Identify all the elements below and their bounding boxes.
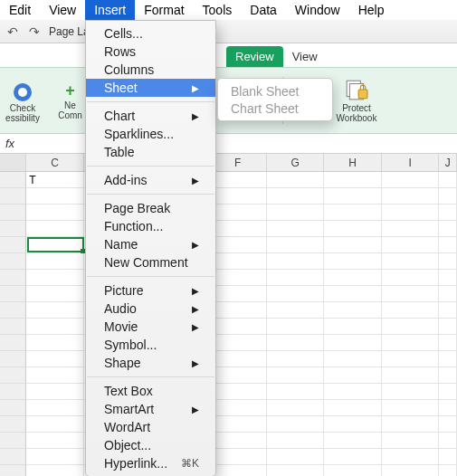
row-header[interactable] — [0, 302, 26, 319]
cell[interactable] — [382, 172, 439, 188]
cell[interactable] — [209, 270, 266, 286]
cell[interactable] — [324, 465, 381, 476]
cell[interactable] — [209, 172, 266, 188]
row-header[interactable] — [0, 416, 26, 433]
cell[interactable] — [26, 465, 83, 476]
cell[interactable] — [267, 188, 324, 205]
cell[interactable] — [267, 172, 324, 188]
menu-item-shape[interactable]: Shape▶ — [86, 354, 215, 372]
cell[interactable] — [382, 253, 439, 270]
cell[interactable] — [209, 416, 266, 433]
cell[interactable] — [382, 400, 439, 416]
cell[interactable] — [382, 286, 439, 302]
cell[interactable] — [382, 367, 439, 384]
row-header[interactable] — [0, 465, 26, 476]
row-header[interactable] — [0, 367, 26, 384]
cell[interactable] — [209, 384, 266, 400]
menu-item-rows[interactable]: Rows — [86, 43, 215, 61]
cell[interactable] — [267, 253, 324, 270]
col-c[interactable]: C — [26, 154, 83, 171]
cell[interactable] — [26, 335, 83, 351]
menu-item-picture[interactable]: Picture▶ — [86, 281, 215, 300]
menu-tools[interactable]: Tools — [194, 0, 242, 20]
row-header[interactable] — [0, 335, 26, 351]
row-header[interactable] — [0, 319, 26, 335]
cell[interactable] — [267, 335, 324, 351]
cell[interactable] — [267, 351, 324, 367]
cell[interactable] — [209, 335, 266, 351]
cell[interactable] — [209, 319, 266, 335]
cell[interactable] — [267, 367, 324, 384]
cell[interactable] — [439, 351, 457, 367]
row-header[interactable] — [0, 384, 26, 400]
cell[interactable] — [324, 384, 381, 400]
cell[interactable] — [382, 237, 439, 253]
row-header[interactable] — [0, 221, 26, 237]
cell[interactable] — [209, 465, 266, 476]
cell[interactable] — [26, 416, 83, 433]
cell[interactable] — [26, 205, 83, 221]
cell[interactable] — [324, 433, 381, 449]
menu-edit[interactable]: Edit — [0, 0, 40, 20]
cell[interactable] — [382, 351, 439, 367]
cell[interactable] — [267, 270, 324, 286]
cell[interactable] — [382, 188, 439, 205]
menu-insert[interactable]: Insert — [85, 0, 135, 20]
cell[interactable] — [324, 172, 381, 188]
cell[interactable] — [439, 237, 457, 253]
cell[interactable] — [439, 449, 457, 465]
cell[interactable] — [267, 205, 324, 221]
cell[interactable] — [209, 237, 266, 253]
menu-item-function[interactable]: Function... — [86, 217, 215, 235]
cell[interactable] — [439, 221, 457, 237]
submenu-chart-sheet[interactable]: Chart Sheet — [218, 100, 332, 117]
cell[interactable] — [26, 400, 83, 416]
menu-item-columns[interactable]: Columns — [86, 61, 215, 79]
cell[interactable] — [382, 221, 439, 237]
cell[interactable] — [267, 465, 324, 476]
cell[interactable] — [439, 416, 457, 433]
cell[interactable] — [267, 302, 324, 319]
row-header[interactable] — [0, 270, 26, 286]
cell[interactable] — [324, 270, 381, 286]
cell[interactable] — [382, 319, 439, 335]
cell[interactable] — [324, 205, 381, 221]
menu-item-cells[interactable]: Cells... — [86, 24, 215, 43]
menu-format[interactable]: Format — [135, 0, 193, 20]
redo-icon[interactable]: ↷ — [27, 24, 42, 39]
menu-window[interactable]: Window — [286, 0, 349, 20]
cell[interactable] — [324, 351, 381, 367]
menu-item-audio[interactable]: Audio▶ — [86, 300, 215, 318]
cell[interactable] — [26, 286, 83, 302]
cell[interactable] — [439, 302, 457, 319]
cell[interactable] — [324, 449, 381, 465]
cell[interactable] — [209, 367, 266, 384]
cell[interactable] — [26, 319, 83, 335]
menu-item-table[interactable]: Table — [86, 143, 215, 161]
menu-item-hyperlink[interactable]: Hyperlink...⌘K — [86, 454, 215, 472]
spreadsheet-grid[interactable]: C F G H I J T — [0, 154, 457, 476]
menu-item-chart[interactable]: Chart▶ — [86, 107, 215, 125]
cell[interactable] — [26, 270, 83, 286]
row-header[interactable] — [0, 286, 26, 302]
menu-help[interactable]: Help — [349, 0, 394, 20]
cell[interactable] — [209, 253, 266, 270]
row-header[interactable] — [0, 449, 26, 465]
row-header[interactable] — [0, 205, 26, 221]
cell[interactable] — [267, 319, 324, 335]
menu-item-object[interactable]: Object... — [86, 436, 215, 454]
cell[interactable] — [439, 205, 457, 221]
cell[interactable] — [267, 433, 324, 449]
cell[interactable] — [382, 205, 439, 221]
cell[interactable] — [209, 205, 266, 221]
menu-item-addins[interactable]: Add-ins▶ — [86, 171, 215, 189]
submenu-blank-sheet[interactable]: Blank Sheet — [218, 82, 332, 100]
cell[interactable] — [439, 270, 457, 286]
cell[interactable] — [324, 237, 381, 253]
cell[interactable] — [324, 416, 381, 433]
menu-item-sheet[interactable]: Sheet▶ — [86, 79, 215, 97]
cell[interactable] — [324, 286, 381, 302]
cell[interactable] — [439, 188, 457, 205]
tab-view[interactable]: View — [283, 46, 327, 67]
row-header[interactable] — [0, 253, 26, 270]
